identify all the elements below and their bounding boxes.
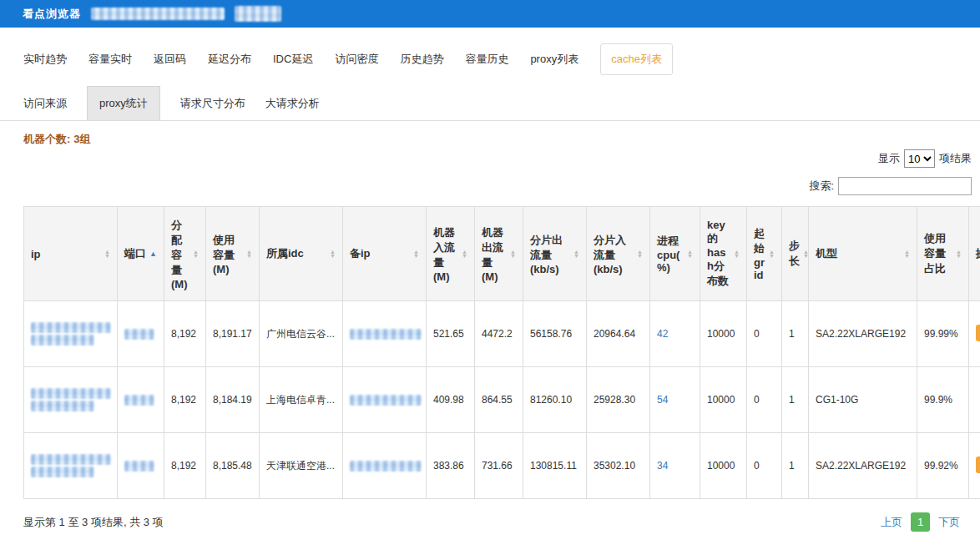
sort-down-icon: ▼	[956, 254, 962, 258]
sort-icon: ▲▼	[769, 250, 775, 258]
edit-button[interactable]	[976, 325, 980, 341]
cell-out_flow: 731.66	[475, 433, 523, 499]
cell-used: 8,185.48	[206, 433, 260, 499]
column-header-步长[interactable]: 步长▲▼	[782, 207, 809, 301]
tab-proxy列表[interactable]: proxy列表	[530, 52, 578, 67]
tab-cache列表[interactable]: cache列表	[600, 43, 673, 75]
column-label: key的hash分布数	[707, 219, 730, 289]
column-label: 使用容量占比	[924, 231, 952, 276]
page-length-select[interactable]: 10	[904, 149, 935, 168]
column-header-机器出流量(M)[interactable]: 机器出流量(M)▲▼	[475, 207, 523, 301]
sort-icon: ▲▼	[573, 250, 579, 258]
column-label: 进程cpu(%)	[657, 234, 684, 274]
cell-port	[118, 301, 164, 367]
sort-icon: ▲▼	[956, 250, 962, 258]
tab-IDC延迟[interactable]: IDC延迟	[273, 52, 313, 67]
column-label: 机器入流量(M)	[433, 225, 458, 283]
cell-used: 8,191.17	[206, 301, 260, 367]
tab-请求尺寸分布[interactable]: 请求尺寸分布	[180, 87, 245, 120]
redacted-ip	[31, 401, 94, 411]
search-input[interactable]	[838, 177, 972, 195]
column-header-备ip[interactable]: 备ip▲▼	[343, 207, 427, 301]
cpu-link[interactable]: 54	[657, 394, 668, 406]
column-header-起始grid[interactable]: 起始grid▲▼	[747, 207, 782, 301]
cell-in_flow: 383.86	[427, 433, 475, 499]
primary-tabs: 实时趋势容量实时返回码延迟分布IDC延迟访问密度历史趋势容量历史proxy列表c…	[23, 44, 980, 74]
redacted-ip	[31, 322, 111, 333]
machine-count-summary: 机器个数:3组	[23, 132, 980, 147]
cell-grid: 0	[747, 301, 782, 367]
redacted-port	[124, 329, 154, 340]
tab-访问来源[interactable]: 访问来源	[23, 87, 67, 120]
tab-容量历史[interactable]: 容量历史	[465, 52, 508, 67]
column-header-进程cpu(%)[interactable]: 进程cpu(%)▲▼	[650, 207, 700, 301]
table-row: 8,1928,185.48天津联通空港...383.86731.66130815…	[24, 433, 980, 499]
sort-down-icon: ▼	[193, 254, 199, 258]
sort-down-icon: ▼	[462, 254, 467, 258]
cell-cpu: 54	[650, 367, 700, 433]
cell-bip	[343, 433, 427, 499]
cpu-link[interactable]: 34	[657, 460, 668, 472]
column-label: 分片出流量(kb/s)	[530, 233, 570, 275]
cell-ip	[24, 367, 118, 433]
redacted-ip	[31, 467, 94, 477]
sort-icon: ▲▼	[687, 250, 693, 258]
column-header-使用容量(M)[interactable]: 使用容量(M)▲▼	[206, 207, 260, 301]
redacted-port	[124, 461, 154, 472]
column-label: 起始grid	[754, 226, 765, 281]
tab-实时趋势[interactable]: 实时趋势	[23, 52, 67, 67]
column-header-分配容量(M)[interactable]: 分配容量(M)▲▼	[164, 207, 206, 301]
cell-model: SA2.22XLARGE192	[809, 433, 917, 499]
column-label: 端口	[124, 246, 146, 261]
tab-proxy统计[interactable]: proxy统计	[87, 86, 160, 120]
cell-step: 1	[782, 433, 809, 499]
tab-访问密度[interactable]: 访问密度	[335, 52, 378, 67]
cpu-link[interactable]: 42	[657, 328, 668, 340]
column-header-所属idc[interactable]: 所属idc▲▼	[260, 207, 343, 301]
column-label: ip	[31, 248, 41, 260]
sort-icon: ▲▼	[734, 250, 740, 258]
tab-延迟分布[interactable]: 延迟分布	[208, 52, 251, 67]
cell-ip	[24, 301, 118, 367]
sort-asc-icon: ▲	[149, 250, 157, 258]
cell-hash: 10000	[700, 301, 747, 367]
column-label: 使用容量(M)	[213, 233, 243, 275]
column-header-端口[interactable]: 端口▲	[118, 207, 164, 301]
cell-port	[118, 433, 164, 499]
column-header-使用容量占比[interactable]: 使用容量占比▲▼	[917, 207, 969, 301]
current-page[interactable]: 1	[911, 512, 930, 532]
sort-down-icon: ▼	[734, 254, 740, 258]
next-page-link[interactable]: 下页	[938, 515, 960, 530]
cell-bip	[343, 301, 427, 367]
cell-ratio: 99.92%	[917, 433, 969, 499]
column-header-分片出流量(kb/s)[interactable]: 分片出流量(kb/s)▲▼	[523, 207, 587, 301]
cell-out_flow: 4472.2	[475, 301, 523, 367]
column-header-操作: 操作	[969, 207, 980, 301]
tab-返回码[interactable]: 返回码	[154, 52, 186, 67]
redacted-bip	[350, 395, 422, 406]
prev-page-link[interactable]: 上页	[881, 515, 902, 530]
sort-down-icon: ▼	[769, 254, 775, 258]
column-header-机型[interactable]: 机型▲▼	[809, 207, 917, 301]
cell-action	[969, 433, 980, 499]
tab-容量实时[interactable]: 容量实时	[88, 52, 132, 67]
cell-shard_in: 25928.30	[587, 367, 650, 433]
tab-大请求分析[interactable]: 大请求分析	[265, 87, 320, 120]
tab-历史趋势[interactable]: 历史趋势	[400, 52, 443, 67]
redacted-ip	[31, 335, 94, 346]
column-header-分片入流量(kb/s)[interactable]: 分片入流量(kb/s)▲▼	[587, 207, 650, 301]
show-suffix-label: 项结果	[939, 151, 972, 166]
redacted-ip	[31, 388, 111, 399]
column-label: 机器出流量(M)	[482, 225, 507, 283]
sort-down-icon: ▼	[904, 254, 910, 258]
edit-button[interactable]	[976, 457, 980, 473]
column-header-key的hash分布数[interactable]: key的hash分布数▲▼	[700, 207, 747, 301]
column-header-ip[interactable]: ip▲▼	[24, 207, 118, 301]
cell-alloc: 8,192	[164, 433, 206, 499]
cell-in_flow: 521.65	[427, 301, 475, 367]
table-controls: 显示 10 项结果 搜索:	[0, 149, 980, 196]
redacted-port	[124, 395, 154, 406]
column-label: 分片入流量(kb/s)	[594, 233, 634, 275]
column-header-机器入流量(M)[interactable]: 机器入流量(M)▲▼	[427, 207, 475, 301]
cell-action	[969, 301, 980, 367]
